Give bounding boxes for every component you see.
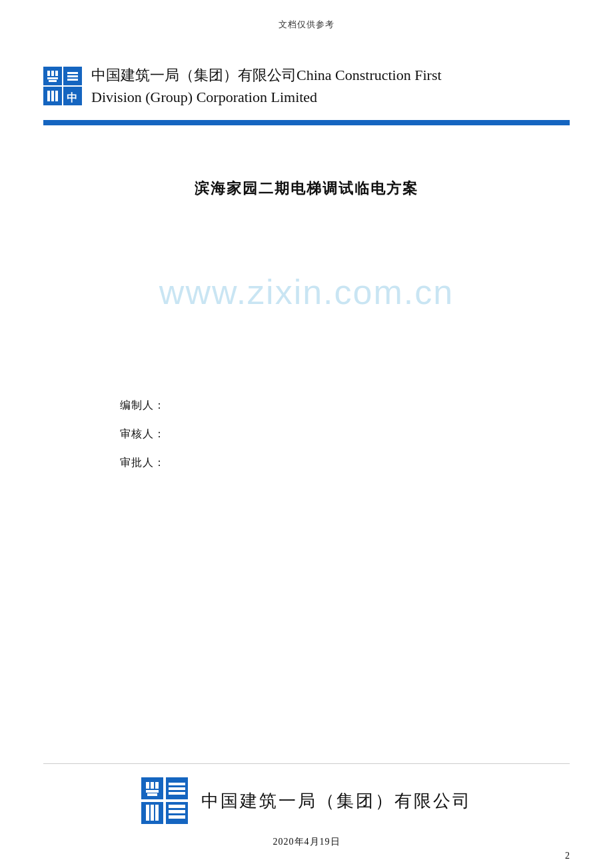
svg-rect-7 (55, 71, 58, 76)
watermark-text: www.zixin.com.cn (159, 272, 454, 312)
watermark-section: www.zixin.com.cn (0, 205, 613, 379)
svg-rect-6 (51, 71, 54, 76)
blue-divider-bar (43, 120, 570, 125)
svg-rect-34 (151, 805, 154, 821)
svg-rect-9 (49, 80, 57, 82)
svg-rect-12 (67, 75, 78, 77)
footer-logo-row: 中国建筑一局（集团）有限公司 (141, 777, 472, 824)
company-name-en-line1: China Construction First (297, 67, 442, 83)
footer-section: 中国建筑一局（集团）有限公司 2020年4月19日 (0, 763, 613, 868)
svg-rect-29 (147, 793, 157, 796)
svg-rect-31 (169, 787, 185, 790)
svg-rect-15 (47, 91, 50, 101)
svg-rect-33 (146, 805, 149, 821)
svg-rect-37 (169, 810, 185, 813)
footer-divider (43, 763, 570, 764)
svg-rect-11 (67, 72, 78, 74)
svg-rect-13 (67, 79, 78, 81)
company-name-cn: 中国建筑一局（集团）有限公司 (91, 67, 297, 83)
company-logo: 中 (43, 67, 82, 105)
page-number: 2 (565, 851, 570, 861)
company-name: 中国建筑一局（集团）有限公司China Construction First D… (91, 64, 570, 108)
svg-rect-5 (47, 71, 50, 76)
svg-rect-17 (55, 91, 58, 101)
footer-company-name: 中国建筑一局（集团）有限公司 (201, 789, 472, 813)
svg-rect-16 (51, 91, 54, 101)
doc-title-section: 滨海家园二期电梯调试临电方案 (0, 179, 613, 199)
editor-row: 编制人： (120, 399, 493, 413)
svg-rect-30 (169, 783, 185, 785)
header-section: 中 中国建筑一局（集团）有限公司China Construction First… (0, 37, 613, 108)
svg-rect-8 (47, 77, 58, 79)
reviewer-label: 审核人： (120, 428, 165, 439)
footer-content: 中国建筑一局（集团）有限公司 2020年4月19日 (43, 777, 570, 848)
approver-label: 审批人： (120, 457, 165, 468)
svg-rect-27 (155, 782, 159, 789)
svg-text:中: 中 (67, 92, 77, 103)
info-section: 编制人： 审核人： 审批人： (0, 399, 613, 470)
document-title: 滨海家园二期电梯调试临电方案 (0, 179, 613, 199)
svg-rect-35 (155, 805, 159, 821)
approver-row: 审批人： (120, 456, 493, 470)
svg-rect-28 (146, 790, 159, 793)
document-page: 文档仅供参考 (0, 0, 613, 868)
top-note: 文档仅供参考 (0, 0, 613, 37)
svg-rect-25 (146, 782, 149, 789)
company-name-en-line2: Division (Group) Corporation Limited (91, 89, 317, 105)
svg-rect-36 (169, 805, 185, 808)
footer-logo-icon (141, 777, 188, 824)
svg-rect-26 (151, 782, 154, 789)
reviewer-row: 审核人： (120, 427, 493, 441)
footer-date: 2020年4月19日 (273, 836, 340, 848)
svg-rect-38 (169, 815, 185, 819)
svg-rect-32 (169, 792, 185, 795)
editor-label: 编制人： (120, 399, 165, 411)
